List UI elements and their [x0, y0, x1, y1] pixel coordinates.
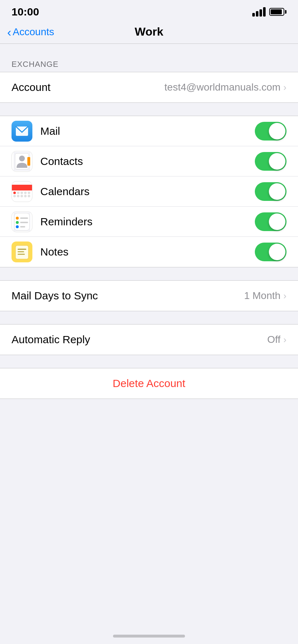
notes-label: Notes: [40, 246, 255, 258]
mail-days-value: 1 Month: [244, 290, 280, 302]
status-icons: [252, 7, 286, 17]
account-chevron-icon: ›: [283, 82, 286, 93]
notes-row: Notes: [0, 237, 298, 267]
contacts-row: Contacts: [0, 146, 298, 176]
svg-rect-11: [20, 222, 28, 223]
notes-toggle-knob: [269, 244, 285, 260]
account-row[interactable]: Account test4@worldmanuals.com ›: [0, 72, 298, 102]
notes-toggle[interactable]: [255, 243, 286, 261]
reminders-toggle-knob: [269, 213, 285, 230]
contacts-icon: [12, 151, 32, 172]
calendars-row: Calendars: [0, 176, 298, 207]
mail-toggle[interactable]: [255, 122, 286, 141]
svg-rect-15: [18, 249, 26, 250]
status-bar: 10:00: [0, 0, 298, 22]
signal-icon: [252, 7, 266, 17]
nav-bar: ‹ Accounts Work: [0, 22, 298, 44]
contacts-label: Contacts: [40, 155, 255, 167]
svg-point-10: [16, 221, 19, 224]
notes-icon: [12, 242, 32, 262]
back-label: Accounts: [13, 26, 54, 38]
section-gap-sync: [0, 103, 298, 116]
calendars-label: Calendars: [40, 185, 255, 198]
calendars-icon: [12, 181, 32, 202]
exchange-section-header: EXCHANGE: [0, 57, 298, 72]
mail-row: Mail: [0, 116, 298, 146]
svg-point-12: [16, 225, 19, 228]
sync-items-card: Mail Contacts: [0, 116, 298, 267]
calendars-toggle[interactable]: [255, 182, 286, 201]
section-gap-mail-days: [0, 267, 298, 280]
reminders-label: Reminders: [40, 216, 255, 228]
svg-rect-9: [20, 217, 28, 219]
account-label: Account: [12, 81, 164, 93]
contacts-toggle-knob: [269, 153, 285, 170]
mail-toggle-knob: [269, 123, 285, 139]
reminders-row: Reminders: [0, 207, 298, 237]
auto-reply-value: Off: [267, 334, 280, 345]
auto-reply-row[interactable]: Automatic Reply Off ›: [0, 325, 298, 355]
section-gap-auto-reply: [0, 311, 298, 324]
contacts-toggle[interactable]: [255, 152, 286, 171]
account-card: Account test4@worldmanuals.com ›: [0, 72, 298, 103]
svg-rect-13: [20, 226, 25, 227]
mail-days-row[interactable]: Mail Days to Sync 1 Month ›: [0, 281, 298, 311]
calendars-toggle-knob: [269, 183, 285, 200]
svg-rect-5: [27, 157, 30, 166]
svg-rect-16: [18, 251, 24, 252]
svg-point-4: [19, 156, 25, 161]
delete-account-label: Delete Account: [113, 377, 185, 390]
delete-account-row[interactable]: Delete Account: [0, 368, 298, 399]
auto-reply-card: Automatic Reply Off ›: [0, 324, 298, 355]
auto-reply-label: Automatic Reply: [12, 334, 267, 346]
status-time: 10:00: [12, 6, 39, 18]
back-button[interactable]: ‹ Accounts: [7, 26, 54, 38]
page-title: Work: [135, 25, 163, 38]
mail-days-card: Mail Days to Sync 1 Month ›: [0, 280, 298, 311]
svg-rect-17: [18, 254, 25, 255]
mail-days-label: Mail Days to Sync: [12, 290, 244, 302]
battery-icon: [269, 8, 286, 16]
account-value: test4@worldmanuals.com: [164, 82, 281, 93]
home-indicator: [113, 635, 185, 638]
delete-account-card: Delete Account: [0, 368, 298, 399]
back-chevron-icon: ‹: [7, 26, 11, 38]
auto-reply-chevron-icon: ›: [283, 334, 286, 345]
mail-label: Mail: [40, 125, 255, 137]
section-gap-delete: [0, 355, 298, 368]
section-gap-top: [0, 44, 298, 57]
mail-icon: [12, 121, 32, 142]
reminders-icon: [12, 211, 32, 232]
reminders-toggle[interactable]: [255, 212, 286, 231]
svg-point-8: [16, 217, 19, 220]
mail-days-chevron-icon: ›: [283, 290, 286, 302]
